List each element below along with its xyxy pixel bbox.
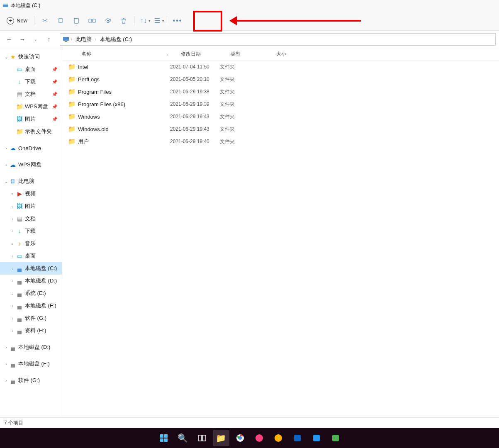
sidebar-drive-g2[interactable]: ›▄软件 (G:)	[0, 374, 62, 387]
list-icon: ☰	[154, 17, 160, 24]
table-row[interactable]: 📁Windows2021-06-29 19:43文件夹	[62, 110, 499, 123]
file-name: Program Files	[78, 89, 170, 95]
table-row[interactable]: 📁Program Files (x86)2021-06-29 19:39文件夹	[62, 98, 499, 110]
delete-button[interactable]	[116, 14, 131, 28]
paste-button[interactable]	[68, 14, 84, 28]
col-date[interactable]: 修改日期	[178, 51, 227, 58]
sidebar-examples[interactable]: 📁示例文件夹	[0, 125, 62, 138]
trash-icon	[120, 17, 127, 24]
breadcrumb-drive[interactable]: 本地磁盘 (C:)	[98, 35, 134, 44]
sidebar-downloads[interactable]: ↓下载📌	[0, 75, 62, 88]
pin-icon: 📌	[52, 92, 60, 97]
sidebar-drive-d2[interactable]: ›▄本地磁盘 (D:)	[0, 341, 62, 353]
start-button[interactable]	[156, 430, 172, 446]
sidebar-downloads2[interactable]: ›↓下载	[0, 225, 62, 237]
file-type: 文件夹	[220, 88, 265, 95]
file-type: 文件夹	[220, 113, 265, 120]
address-bar[interactable]: › 此电脑 › 本地磁盘 (C:)	[60, 33, 496, 46]
sidebar-desktop[interactable]: ▭桌面📌	[0, 63, 62, 75]
file-date: 2021-06-29 19:40	[170, 139, 220, 144]
svg-rect-9	[160, 434, 163, 438]
drive-icon: ▄	[9, 360, 17, 367]
sidebar-drive-g[interactable]: ›▄软件 (G:)	[0, 312, 62, 324]
sidebar-drive-f2[interactable]: ›▄本地磁盘 (F:)	[0, 358, 62, 370]
search-button[interactable]: 🔍	[175, 430, 191, 446]
up-button[interactable]: ↑	[43, 34, 55, 45]
app-button[interactable]	[327, 430, 344, 446]
share-button[interactable]	[100, 14, 116, 28]
file-date: 2021-07-04 11:50	[170, 64, 220, 70]
chrome-button[interactable]	[232, 430, 248, 446]
sidebar-drive-h[interactable]: ›▄资料 (H:)	[0, 324, 62, 337]
table-row[interactable]: 📁Program Files2021-06-29 19:38文件夹	[62, 85, 499, 98]
sidebar-pictures[interactable]: 🖼图片📌	[0, 113, 62, 125]
svg-rect-10	[164, 434, 168, 438]
file-name: Intel	[78, 64, 170, 70]
drive-icon: ▄	[16, 278, 23, 284]
sidebar-drive-f[interactable]: ›▄本地磁盘 (F:)	[0, 299, 62, 312]
pc-icon: 🖥	[9, 178, 17, 185]
toolbar: + New ✂ ↑↓ ▾ ☰ ▾ •••	[0, 11, 499, 31]
sidebar-drive-c[interactable]: ›▄本地磁盘 (C:)	[0, 262, 62, 275]
sidebar-music[interactable]: ›♪音乐	[0, 237, 62, 250]
chevron-right-icon[interactable]: ›	[71, 37, 72, 41]
taskview-button[interactable]	[194, 430, 210, 446]
table-row[interactable]: 📁PerfLogs2021-06-05 20:10文件夹	[62, 73, 499, 85]
app-button[interactable]	[251, 430, 268, 446]
app-button[interactable]	[289, 430, 306, 446]
col-name[interactable]: 名称⌃	[78, 51, 178, 58]
sidebar-drive-e[interactable]: ›▄系统 (E:)	[0, 287, 62, 299]
main: ⌄★快速访问 ▭桌面📌 ↓下载📌 ▤文档📌 📁WPS网盘📌 🖼图片📌 📁示例文件…	[0, 48, 499, 417]
more-button[interactable]: •••	[170, 14, 185, 28]
cut-button[interactable]: ✂	[37, 14, 53, 28]
picture-icon: 🖼	[16, 203, 23, 209]
chevron-down-icon[interactable]: ▾	[162, 19, 164, 23]
plus-icon: +	[7, 17, 14, 24]
sidebar-videos[interactable]: ›▶视频	[0, 187, 62, 200]
svg-rect-12	[164, 438, 168, 442]
sidebar-pictures2[interactable]: ›🖼图片	[0, 200, 62, 212]
back-button[interactable]: ←	[3, 34, 15, 45]
sidebar-onedrive[interactable]: ›☁OneDrive	[0, 142, 62, 154]
new-button[interactable]: + New	[2, 15, 32, 27]
sidebar-wpsdisk2[interactable]: ›☁WPS网盘	[0, 158, 62, 171]
sidebar-documents2[interactable]: ›▤文档	[0, 212, 62, 225]
explorer-button[interactable]: 📁	[213, 430, 229, 446]
svg-rect-5	[89, 19, 92, 22]
copy-icon	[57, 17, 64, 24]
drive-icon: ▄	[9, 344, 17, 351]
col-type[interactable]: 类型	[227, 51, 273, 58]
sidebar-this-pc[interactable]: ⌄🖥此电脑	[0, 175, 62, 187]
sidebar-wpsdisk[interactable]: 📁WPS网盘📌	[0, 100, 62, 113]
folder-icon: 📁	[68, 75, 75, 83]
sidebar-quick-access[interactable]: ⌄★快速访问	[0, 51, 62, 63]
sidebar: ⌄★快速访问 ▭桌面📌 ↓下载📌 ▤文档📌 📁WPS网盘📌 🖼图片📌 📁示例文件…	[0, 48, 62, 417]
file-type: 文件夹	[220, 76, 265, 83]
scissors-icon: ✂	[42, 17, 48, 24]
table-row[interactable]: 📁用户2021-06-29 19:40文件夹	[62, 135, 499, 148]
file-list: 📁Intel2021-07-04 11:50文件夹📁PerfLogs2021-0…	[62, 61, 499, 417]
window-title: 本地磁盘 (C:)	[11, 2, 40, 9]
breadcrumb-pc[interactable]: 此电脑	[74, 35, 93, 44]
app-button[interactable]	[308, 430, 325, 446]
drive-icon: ▄	[9, 377, 17, 384]
sidebar-desktop2[interactable]: ›▭桌面	[0, 250, 62, 262]
recent-button[interactable]: ⌄	[30, 34, 41, 45]
sort-icon: ↑↓	[140, 17, 147, 24]
svg-rect-7	[63, 37, 69, 41]
folder-icon: 📁	[68, 100, 75, 108]
table-row[interactable]: 📁Windows.old2021-06-29 19:43文件夹	[62, 123, 499, 135]
share-icon	[105, 17, 111, 24]
svg-rect-11	[160, 438, 163, 442]
sort-indicator-icon: ⌃	[166, 54, 169, 58]
table-row[interactable]: 📁Intel2021-07-04 11:50文件夹	[62, 61, 499, 73]
sidebar-drive-d[interactable]: ›▄本地磁盘 (D:)	[0, 275, 62, 287]
svg-rect-1	[3, 4, 8, 5]
app-button[interactable]	[270, 430, 287, 446]
copy-button[interactable]	[53, 14, 68, 28]
sidebar-documents[interactable]: ▤文档📌	[0, 88, 62, 100]
col-size[interactable]: 大小	[273, 51, 306, 58]
forward-button[interactable]: →	[17, 34, 28, 45]
rename-button[interactable]	[84, 14, 100, 28]
chevron-right-icon[interactable]: ›	[95, 37, 96, 41]
